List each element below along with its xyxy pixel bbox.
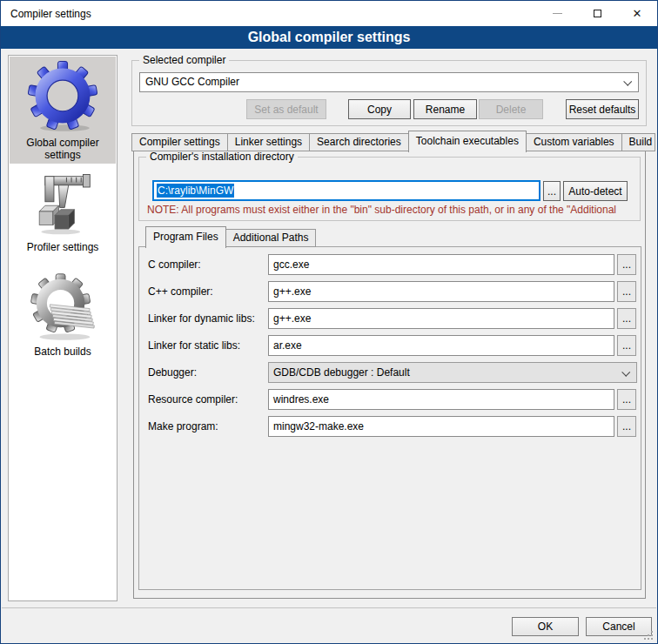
settings-category-sidebar: Global compiler settings: [8, 55, 118, 601]
browse-c-compiler-button[interactable]: ...: [617, 254, 636, 275]
tab-compiler-settings[interactable]: Compiler settings: [131, 133, 228, 151]
browse-resource-compiler-button[interactable]: ...: [617, 389, 636, 410]
cancel-button[interactable]: Cancel: [586, 617, 652, 636]
field-value: ar.exe: [273, 339, 302, 352]
close-icon: ✕: [633, 8, 642, 19]
sidebar-item-global-compiler-settings[interactable]: Global compiler settings: [10, 57, 116, 164]
field-label: Linker for dynamic libs:: [148, 308, 255, 329]
sidebar-item-label: Batch builds: [10, 344, 116, 361]
sidebar-item-profiler-settings[interactable]: Profiler settings: [10, 171, 116, 263]
debugger-select[interactable]: GDB/CDB debugger : Default: [268, 362, 637, 383]
installation-directory-input[interactable]: C:\raylib\MinGW: [152, 180, 540, 201]
installation-directory-group: Compiler's installation directory C:\ray…: [138, 157, 641, 221]
tab-linker-settings[interactable]: Linker settings: [227, 133, 310, 151]
chevron-down-icon: [621, 368, 630, 377]
field-label: C++ compiler:: [148, 281, 213, 302]
rename-button[interactable]: Rename: [413, 99, 477, 119]
titlebar: Compiler settings ✕: [1, 1, 657, 26]
page-title: Global compiler settings: [1, 26, 657, 49]
group-label: Selected compiler: [139, 54, 229, 66]
resource-compiler-input[interactable]: windres.exe: [268, 389, 614, 410]
delete-button[interactable]: Delete: [479, 99, 543, 119]
tab-custom-variables[interactable]: Custom variables: [526, 133, 622, 151]
compiler-actions: Set as default Copy Rename Delete Reset …: [139, 99, 639, 119]
selected-compiler-group: Selected compiler GNU GCC Compiler Set a…: [131, 60, 647, 126]
maximize-icon: [594, 10, 601, 17]
subtab-program-files[interactable]: Program Files: [145, 226, 226, 248]
static-linker-input[interactable]: ar.exe: [268, 335, 614, 356]
form-row: Make program: mingw32-make.exe ...: [139, 416, 641, 437]
caliper-icon: [30, 171, 96, 237]
maximize-button[interactable]: [577, 1, 617, 26]
resize-grip[interactable]: [651, 638, 653, 640]
browse-dynamic-linker-button[interactable]: ...: [617, 308, 636, 329]
toolchain-executables-page: Compiler's installation directory C:\ray…: [133, 151, 646, 599]
browse-static-linker-button[interactable]: ...: [617, 335, 636, 356]
form-row: Resource compiler: windres.exe ...: [139, 389, 641, 410]
form-row: Linker for static libs: ar.exe ...: [139, 335, 641, 356]
compiler-select[interactable]: GNU GCC Compiler: [139, 72, 639, 92]
cpp-compiler-input[interactable]: g++.exe: [268, 281, 614, 302]
c-compiler-input[interactable]: gcc.exe: [268, 254, 614, 275]
group-label: Compiler's installation directory: [146, 151, 298, 163]
copy-button[interactable]: Copy: [348, 99, 411, 119]
field-label: Make program:: [148, 416, 218, 437]
tab-toolchain-executables[interactable]: Toolchain executables: [408, 131, 527, 152]
bin-subdirectory-note: NOTE: All programs must exist either in …: [147, 204, 636, 216]
browse-make-program-button[interactable]: ...: [617, 416, 636, 437]
field-value: g++.exe: [273, 312, 311, 325]
field-value: windres.exe: [273, 393, 329, 406]
field-label: Linker for static libs:: [148, 335, 240, 356]
auto-detect-button[interactable]: Auto-detect: [563, 181, 628, 201]
subtab-additional-paths[interactable]: Additional Paths: [225, 229, 317, 247]
dynamic-linker-input[interactable]: g++.exe: [268, 308, 614, 329]
set-as-default-button[interactable]: Set as default: [246, 99, 326, 119]
gray-gear-stack-icon: [27, 270, 98, 341]
form-row: Linker for dynamic libs: g++.exe ...: [139, 308, 641, 329]
close-button[interactable]: ✕: [617, 1, 657, 26]
field-value: GDB/CDB debugger : Default: [273, 366, 410, 379]
field-label: Resource compiler:: [148, 389, 238, 410]
form-row: C++ compiler: g++.exe ...: [139, 281, 641, 302]
field-value: g++.exe: [273, 285, 311, 298]
sidebar-item-label: Global compiler settings: [10, 135, 116, 164]
field-label: Debugger:: [148, 362, 197, 383]
blue-gear-icon: [26, 59, 99, 132]
chevron-down-icon: [623, 77, 632, 86]
program-files-panel: C compiler: gcc.exe ... C++ compiler: g+…: [138, 246, 641, 590]
field-value: mingw32-make.exe: [273, 420, 364, 433]
ok-button[interactable]: OK: [512, 617, 579, 636]
footer-divider: [2, 607, 656, 608]
window-title: Compiler settings: [1, 8, 537, 20]
minimize-button[interactable]: [537, 1, 577, 26]
make-program-input[interactable]: mingw32-make.exe: [268, 416, 614, 437]
field-label: C compiler:: [148, 254, 201, 275]
compiler-select-value: GNU GCC Compiler: [145, 76, 239, 88]
settings-tabbar: Compiler settings Linker settings Search…: [131, 130, 658, 151]
programs-subtabbar: Program Files Additional Paths: [145, 225, 316, 247]
tab-build-options[interactable]: Build options: [621, 133, 655, 151]
field-value: gcc.exe: [273, 258, 309, 271]
tab-search-directories[interactable]: Search directories: [309, 133, 409, 151]
form-row: C compiler: gcc.exe ...: [139, 254, 641, 275]
reset-defaults-button[interactable]: Reset defaults: [566, 99, 639, 119]
browse-cpp-compiler-button[interactable]: ...: [617, 281, 636, 302]
browse-directory-button[interactable]: ...: [543, 181, 561, 201]
selected-text: C:\raylib\MinGW: [157, 184, 234, 198]
form-row: Debugger: GDB/CDB debugger : Default: [139, 362, 641, 383]
compiler-settings-dialog: Compiler settings ✕ Global compiler sett…: [0, 0, 658, 644]
minimize-icon: [553, 13, 562, 14]
sidebar-item-label: Profiler settings: [10, 239, 116, 257]
sidebar-item-batch-builds[interactable]: Batch builds: [10, 270, 116, 371]
